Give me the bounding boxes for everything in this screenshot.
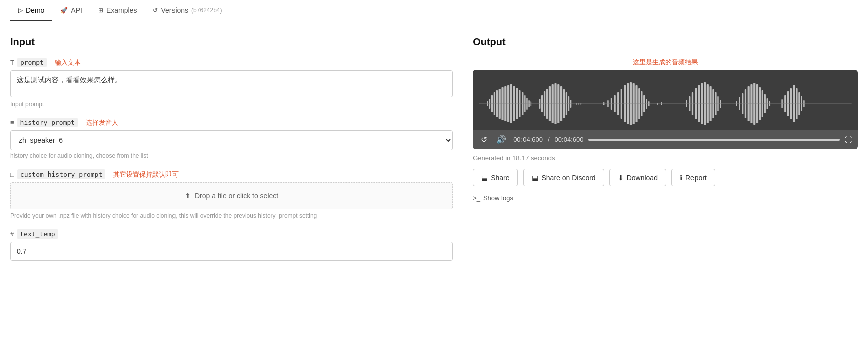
generated-info: Generated in 18.17 seconds	[473, 154, 858, 162]
tab-versions[interactable]: ↺ Versions (b76242b4)	[145, 0, 230, 21]
show-logs[interactable]: >_ Show logs	[473, 194, 858, 202]
custom-history-group: □ custom_history_prompt 其它设置保持默认即可 ⬆ Dro…	[10, 169, 453, 219]
text-temp-input[interactable]: 0.7	[10, 242, 453, 261]
version-badge: (b76242b4)	[191, 7, 222, 14]
fullscreen-button[interactable]: ⛶	[845, 136, 852, 144]
volume-button[interactable]: 🔊	[494, 134, 508, 145]
prompt-hint: Input prompt	[10, 101, 453, 108]
show-logs-icon: >_	[473, 194, 480, 202]
file-hint: Provide your own .npz file with history …	[10, 212, 453, 219]
demo-icon: ▷	[18, 7, 23, 14]
show-logs-label: Show logs	[483, 194, 513, 202]
share-icon: ⬓	[481, 174, 488, 182]
audio-controls: ↺ 🔊 00:04:600 / 00:04:600 ⛶	[473, 130, 858, 149]
history-prompt-select[interactable]: zh_speaker_6 zh_speaker_1 zh_speaker_2 z…	[10, 130, 453, 150]
prompt-type-icon: T	[10, 59, 14, 66]
prompt-annotation: 输入文本	[55, 58, 81, 67]
text-temp-label-row: # text_temp	[10, 229, 453, 239]
output-title: Output	[473, 36, 858, 48]
input-title: Input	[10, 36, 453, 48]
waveform-container	[473, 70, 858, 130]
output-annotation: 这里是生成的音频结果	[473, 58, 858, 67]
upload-icon: ⬆	[185, 192, 191, 200]
prompt-group: T prompt 输入文本 这是测试内容，看看效果怎么样。 Input prom…	[10, 58, 453, 108]
nav-tabs: ▷ Demo 🚀 API ⊞ Examples ↺ Versions (b762…	[0, 0, 868, 21]
progress-bar[interactable]	[588, 139, 840, 141]
history-prompt-label-text: history_prompt	[17, 118, 78, 127]
tab-examples[interactable]: ⊞ Examples	[90, 0, 145, 21]
share-discord-icon: ⬓	[532, 174, 538, 182]
download-button[interactable]: ⬇ Download	[609, 169, 666, 186]
time-total: 00:04:600	[555, 136, 584, 143]
custom-history-label-row: □ custom_history_prompt 其它设置保持默认即可	[10, 169, 453, 179]
tab-api-label: API	[71, 6, 82, 14]
restart-button[interactable]: ↺	[479, 134, 489, 145]
time-current: 00:04:600	[513, 136, 543, 143]
progress-fill	[588, 139, 840, 141]
text-temp-icon: #	[10, 230, 14, 238]
file-drop-area[interactable]: ⬆ Drop a file or click to select	[10, 182, 453, 209]
share-discord-button[interactable]: ⬓ Share on Discord	[523, 169, 604, 186]
tab-examples-label: Examples	[106, 6, 137, 14]
text-temp-group: # text_temp 0.7	[10, 229, 453, 261]
text-temp-label-text: text_temp	[17, 229, 58, 239]
svg-rect-87	[479, 103, 852, 104]
share-button[interactable]: ⬓ Share	[473, 169, 518, 186]
custom-history-annotation: 其它设置保持默认即可	[113, 170, 179, 179]
waveform-svg	[479, 81, 852, 126]
tab-api[interactable]: 🚀 API	[52, 0, 90, 21]
main-layout: Input T prompt 输入文本 这是测试内容，看看效果怎么样。 Inpu…	[0, 21, 868, 281]
download-label: Download	[627, 174, 658, 182]
tab-versions-label: Versions	[161, 6, 188, 14]
prompt-label-text: prompt	[17, 58, 47, 67]
prompt-input[interactable]: 这是测试内容，看看效果怎么样。	[10, 70, 453, 97]
report-label: Report	[685, 174, 707, 182]
history-prompt-annotation: 选择发音人	[86, 118, 118, 127]
file-drop-text: Drop a file or click to select	[195, 192, 278, 200]
custom-history-icon: □	[10, 170, 14, 178]
history-prompt-label-row: ≡ history_prompt 选择发音人	[10, 118, 453, 127]
history-prompt-icon: ≡	[10, 119, 14, 126]
history-prompt-group: ≡ history_prompt 选择发音人 zh_speaker_6 zh_s…	[10, 118, 453, 159]
examples-icon: ⊞	[98, 7, 103, 14]
versions-icon: ↺	[153, 7, 158, 14]
history-prompt-hint: history choice for audio cloning, choose…	[10, 152, 453, 159]
share-label: Share	[491, 174, 509, 182]
tab-demo[interactable]: ▷ Demo	[10, 0, 52, 21]
report-button[interactable]: ℹ Report	[671, 169, 715, 186]
prompt-label-row: T prompt 输入文本	[10, 58, 453, 67]
custom-history-label-text: custom_history_prompt	[17, 169, 105, 179]
output-panel: Output 这里是生成的音频结果	[468, 36, 858, 271]
share-discord-label: Share on Discord	[541, 174, 595, 182]
api-icon: 🚀	[60, 7, 68, 14]
download-icon: ⬇	[618, 174, 624, 182]
report-icon: ℹ	[680, 174, 682, 182]
time-separator: /	[548, 136, 550, 143]
input-panel: Input T prompt 输入文本 这是测试内容，看看效果怎么样。 Inpu…	[10, 36, 468, 271]
action-buttons: ⬓ Share ⬓ Share on Discord ⬇ Download ℹ …	[473, 169, 858, 186]
tab-demo-label: Demo	[26, 6, 44, 14]
